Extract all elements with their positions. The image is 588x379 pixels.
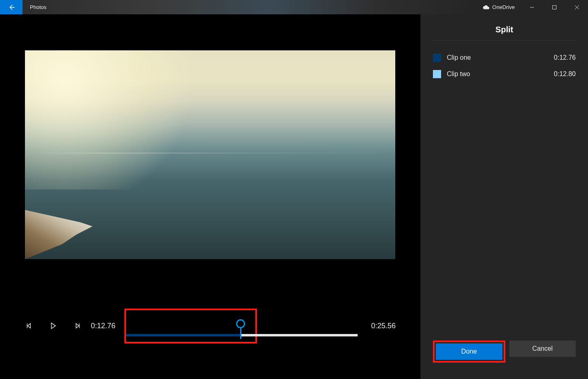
close-button[interactable] [565,0,588,14]
svg-marker-7 [76,323,79,328]
panel-divider [433,40,576,41]
window-controls [520,0,588,14]
frame-back-icon [26,322,33,329]
onedrive-label: OneDrive [492,4,515,10]
titlebar: Photos OneDrive [0,0,588,14]
clip-two-name: Clip two [447,70,548,78]
playhead-handle-icon [236,319,245,328]
close-icon [574,5,579,10]
clip-two-time: 0:12.80 [554,70,576,78]
total-time: 0:25.56 [371,322,396,330]
maximize-icon [552,5,557,10]
clip-row-one[interactable]: Clip one 0:12.76 [421,50,588,66]
preview-decor-glow [25,50,213,190]
minimize-icon [529,5,534,10]
svg-marker-4 [28,323,31,328]
split-panel: Split Clip one 0:12.76 Clip two 0:12.80 … [420,14,588,379]
annotation-highlight-done: Done [433,341,505,363]
onedrive-status[interactable]: OneDrive [477,0,520,14]
photos-split-editor: Photos OneDrive [0,0,588,379]
previous-frame-button[interactable] [25,321,34,331]
clip-row-two[interactable]: Clip two 0:12.80 [421,66,588,82]
back-button[interactable] [0,0,23,14]
video-preview[interactable] [25,50,395,259]
cancel-button[interactable]: Cancel [509,341,576,357]
timeline-clip-two-track [241,334,358,336]
next-frame-button[interactable] [72,321,82,331]
current-time: 0:12.76 [91,322,115,330]
panel-title: Split [421,14,588,40]
playback-controls: 0:12.76 0:25.56 [0,301,420,350]
back-arrow-icon [8,4,15,11]
done-button[interactable]: Done [436,343,502,360]
clip-one-name: Clip one [447,54,548,61]
preview-decor-horizon [25,153,395,153]
clip-two-swatch [433,70,441,78]
maximize-button[interactable] [543,0,565,14]
play-button[interactable] [48,321,58,331]
timeline-clip-one-track [126,334,241,336]
transport-buttons [25,321,82,331]
split-playhead[interactable] [236,319,245,339]
svg-rect-1 [552,5,556,9]
video-preview-wrap [0,29,420,281]
panel-buttons: Done Cancel [421,332,588,379]
clip-one-time: 0:12.76 [554,54,576,61]
video-stage: 0:12.76 0:25.56 [0,14,420,379]
cloud-icon [482,5,490,10]
play-icon [50,322,57,329]
clip-one-swatch [433,54,441,62]
minimize-button[interactable] [520,0,543,14]
frame-forward-icon [73,322,81,329]
app-title: Photos [23,0,477,14]
svg-marker-6 [52,323,56,329]
playhead-stem [240,328,241,339]
preview-decor-beach [25,177,148,259]
timeline-slider[interactable] [124,309,362,343]
main-area: 0:12.76 0:25.56 Split Clip one [0,14,588,379]
